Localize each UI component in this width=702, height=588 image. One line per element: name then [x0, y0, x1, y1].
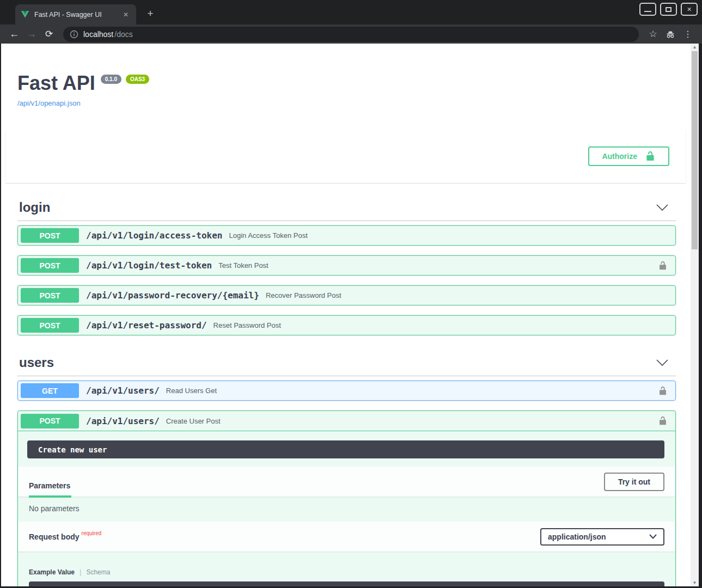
op-summary: Test Token Post — [218, 261, 268, 270]
openapi-spec-link[interactable]: /api/v1/openapi.json — [17, 99, 81, 107]
bookmark-star-icon[interactable]: ☆ — [645, 27, 661, 42]
tab-example-value[interactable]: Example Value — [29, 568, 75, 576]
media-type-value: application/json — [548, 532, 606, 541]
method-badge: POST — [21, 318, 79, 333]
method-badge: POST — [21, 414, 79, 428]
section-title: login — [19, 200, 649, 215]
oas3-badge: OAS3 — [126, 75, 149, 84]
tab-schema[interactable]: Schema — [86, 568, 110, 576]
tab-title: Fast API - Swagger UI — [34, 11, 116, 19]
operation-description: Create new user — [27, 440, 664, 458]
request-body-header: Request body required application/json — [18, 522, 675, 552]
url-bar[interactable]: localhost/docs — [63, 27, 639, 42]
chevron-down-icon — [649, 534, 657, 539]
no-parameters-text: No parameters — [18, 497, 675, 522]
example-code-block[interactable]: { — [29, 581, 664, 586]
method-badge: POST — [21, 288, 79, 303]
auth-lock-icon[interactable] — [658, 416, 668, 426]
minimize-icon — [644, 11, 651, 12]
auth-lock-icon[interactable] — [658, 386, 668, 396]
authorize-label: Authorize — [602, 152, 637, 161]
reload-icon[interactable]: ⟳ — [41, 27, 57, 42]
chevron-down-icon[interactable] — [649, 359, 676, 366]
opblock-login-access-token[interactable]: POST /api/v1/login/access-token Login Ac… — [17, 225, 676, 246]
op-summary: Create User Post — [166, 417, 221, 425]
section-title: users — [19, 355, 649, 370]
forward-icon[interactable]: → — [24, 27, 39, 42]
chevron-down-icon[interactable] — [649, 204, 676, 211]
browser-tab[interactable]: Fast API - Swagger UI ✕ — [15, 4, 136, 24]
op-path: /api/v1/login/test-token — [86, 260, 212, 271]
opblock-read-users[interactable]: GET /api/v1/users/ Read Users Get — [17, 381, 676, 401]
required-label: required — [82, 530, 102, 536]
back-icon[interactable]: ← — [7, 27, 22, 42]
tab-close-icon[interactable]: ✕ — [121, 10, 131, 20]
opblock-login-test-token[interactable]: POST /api/v1/login/test-token Test Token… — [17, 255, 676, 275]
authorize-button[interactable]: Authorize — [588, 146, 669, 166]
auth-lock-icon[interactable] — [658, 261, 668, 271]
request-body-label: Request body — [29, 532, 80, 541]
op-summary: Read Users Get — [166, 387, 217, 395]
page-scrollbar[interactable]: ▲ ▼ — [691, 44, 699, 586]
site-info-icon[interactable] — [70, 30, 78, 39]
op-summary: Reset Password Post — [213, 321, 281, 329]
tab-parameters[interactable]: Parameters — [29, 474, 71, 498]
section-header-users[interactable]: users — [17, 350, 676, 376]
url-host: localhost — [83, 30, 113, 39]
op-path: /api/v1/users/ — [86, 416, 160, 426]
url-path: /docs — [114, 30, 132, 39]
section-header-login[interactable]: login — [17, 194, 676, 221]
api-info: Fast API 0.1.0 OAS3 /api/v1/openapi.json — [1, 44, 691, 108]
method-badge: GET — [21, 383, 79, 398]
favicon-v-icon — [21, 10, 29, 19]
op-path: /api/v1/reset-password/ — [86, 320, 207, 330]
model-example-area: Example Value | Schema { — [18, 552, 675, 586]
method-badge: POST — [21, 258, 79, 273]
media-type-select[interactable]: application/json — [540, 528, 664, 546]
op-summary: Recover Password Post — [266, 291, 341, 299]
browser-menu-icon[interactable]: ⋮ — [680, 27, 695, 42]
opblock-summary-create-user[interactable]: POST /api/v1/users/ Create User Post — [18, 411, 675, 431]
try-it-out-button[interactable]: Try it out — [604, 473, 664, 491]
opblock-create-user: POST /api/v1/users/ Create User Post Cre… — [17, 411, 676, 586]
scrollbar-thumb[interactable] — [692, 51, 698, 249]
op-path: /api/v1/users/ — [86, 385, 160, 396]
opblock-reset-password[interactable]: POST /api/v1/reset-password/ Reset Passw… — [17, 315, 676, 335]
unlocked-padlock-icon — [645, 151, 656, 162]
op-summary: Login Access Token Post — [229, 231, 307, 240]
op-path: /api/v1/password-recovery/{email} — [86, 290, 259, 301]
browser-toolbar: ← → ⟳ localhost/docs ☆ ⋮ — [0, 24, 702, 44]
incognito-icon — [663, 27, 678, 42]
tab-divider: | — [80, 568, 81, 576]
scroll-up-icon[interactable]: ▲ — [691, 44, 699, 51]
page-title: Fast API — [17, 72, 95, 94]
maximize-button[interactable] — [660, 3, 677, 16]
op-path: /api/v1/login/access-token — [86, 230, 222, 241]
method-badge: POST — [21, 228, 79, 243]
scheme-container: Authorize — [5, 130, 686, 183]
opblock-password-recovery[interactable]: POST /api/v1/password-recovery/{email} R… — [17, 285, 676, 305]
minimize-button[interactable] — [639, 3, 656, 16]
version-badge: 0.1.0 — [101, 75, 121, 84]
scroll-down-icon[interactable]: ▼ — [691, 579, 699, 586]
swagger-page: Fast API 0.1.0 OAS3 /api/v1/openapi.json… — [1, 44, 691, 586]
maximize-icon — [666, 7, 672, 12]
close-button[interactable]: ✕ — [681, 3, 698, 16]
parameters-header: Parameters Try it out — [18, 467, 675, 497]
new-tab-button[interactable]: + — [143, 6, 158, 21]
tab-strip: Fast API - Swagger UI ✕ + ✕ — [0, 0, 702, 24]
